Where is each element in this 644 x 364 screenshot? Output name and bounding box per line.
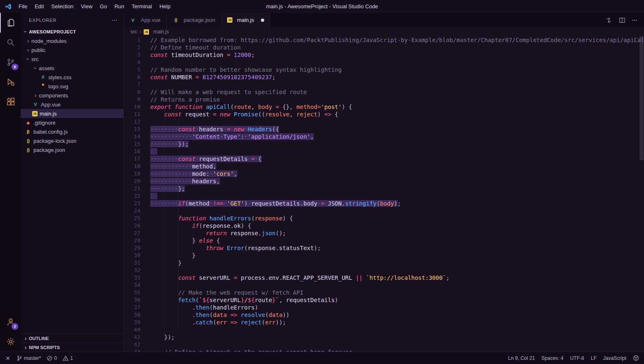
code-line[interactable]: 26 if(response.ok) { — [124, 222, 644, 229]
chevron-down-icon[interactable]: › — [25, 56, 31, 62]
code-line[interactable]: 39 .catch(err => reject(err)); — [124, 319, 644, 326]
errors[interactable]: 0 — [47, 355, 57, 361]
line-number[interactable]: 15 — [124, 140, 140, 148]
line-number[interactable]: 7 — [124, 81, 140, 88]
line-number[interactable]: 11 — [124, 111, 140, 118]
code-line[interactable]: 36 fetch(`${serverURL}/${route}`, reques… — [124, 296, 644, 304]
line-number[interactable]: 20 — [124, 177, 140, 185]
remote-indicator[interactable] — [5, 355, 11, 361]
tree-item-app-vue[interactable]: VApp.vue — [21, 100, 123, 109]
code-line[interactable]: 10export function apiCall(route, body = … — [124, 103, 644, 111]
tab-app-vue[interactable]: VApp.vue — [124, 13, 167, 27]
cursor-position[interactable]: Ln 9, Col 21 — [508, 355, 535, 361]
activity-item-run-debug[interactable] — [0, 72, 21, 92]
line-number[interactable]: 2 — [124, 44, 140, 51]
tree-item-gitignore[interactable]: ◆.gitignore — [21, 118, 123, 127]
line-number[interactable]: 6 — [124, 73, 140, 81]
code-line[interactable]: 12 — [124, 118, 644, 125]
code-line[interactable]: 35 // Make the web request w/ fetch API — [124, 289, 644, 296]
line-number[interactable]: 41 — [124, 333, 140, 341]
code-line[interactable]: 27 return response.json(); — [124, 229, 644, 237]
warnings[interactable]: 1 — [63, 355, 73, 361]
activity-item-settings[interactable] — [0, 332, 21, 352]
menu-file[interactable]: File — [15, 0, 31, 13]
code-line[interactable]: 30 } — [124, 252, 644, 259]
line-number[interactable]: 21 — [124, 185, 140, 192]
chevron-right-icon[interactable]: › — [32, 92, 39, 99]
code-line[interactable]: 23········if(method·!==·'GET')·requestDe… — [124, 200, 644, 207]
line-number[interactable]: 33 — [124, 274, 140, 281]
code-line[interactable]: 19············mode:·'cors', — [124, 170, 644, 177]
project-section-header[interactable]: › AWESOMEPROJECT — [21, 27, 123, 36]
line-number[interactable]: 24 — [124, 207, 140, 215]
menu-edit[interactable]: Edit — [31, 0, 47, 13]
line-number[interactable]: 13 — [124, 125, 140, 133]
menu-go[interactable]: Go — [96, 0, 111, 13]
code-line[interactable]: 41 }); — [124, 333, 644, 341]
line-number[interactable]: 10 — [124, 103, 140, 111]
menu-view[interactable]: View — [77, 0, 96, 13]
activity-item-source-control[interactable]: 6 — [0, 52, 21, 72]
code-editor[interactable]: 1// Example borrowed from: https://githu… — [124, 36, 644, 352]
code-line[interactable]: 28 } else { — [124, 237, 644, 244]
chevron-right-icon[interactable]: › — [25, 47, 31, 53]
line-number[interactable]: 9 — [124, 96, 140, 103]
breadcrumb-item-main-js[interactable]: JSmain.js — [144, 29, 169, 35]
encoding[interactable]: UTF-8 — [570, 355, 584, 361]
section-npm-scripts[interactable]: ›NPM SCRIPTS — [21, 343, 123, 352]
line-number[interactable]: 31 — [124, 259, 140, 267]
open-changes-icon[interactable] — [606, 17, 612, 24]
line-number[interactable]: 34 — [124, 281, 140, 289]
code-line[interactable]: 40 — [124, 326, 644, 333]
more-actions-icon[interactable]: ··· — [632, 17, 637, 23]
code-line[interactable]: 3const timeoutDuration = 12000; — [124, 51, 644, 59]
tree-item-package-lock-json[interactable]: {}package-lock.json — [21, 136, 123, 145]
tree-item-node-modules[interactable]: ›node_modules — [21, 36, 123, 45]
tab-main-js[interactable]: JSmain.js — [221, 13, 270, 27]
tree-item-logo-svg[interactable]: *logo.svg — [21, 82, 123, 91]
code-line[interactable]: 8// Will make a web request to specified… — [124, 88, 644, 96]
line-number[interactable]: 1 — [124, 36, 140, 44]
line-number[interactable]: 16 — [124, 148, 140, 155]
explorer-actions-icon[interactable]: ··· — [112, 18, 118, 23]
code-line[interactable]: 4 — [124, 59, 644, 66]
code-line[interactable]: 6const NUMBER = 81274509182375409237; — [124, 73, 644, 81]
code-line[interactable]: 21········}; — [124, 185, 644, 192]
eol[interactable]: LF — [591, 355, 597, 361]
code-line[interactable]: 13········const·headers·=·new·Headers({ — [124, 125, 644, 133]
code-line[interactable]: 38 .then(data => resolve(data)) — [124, 311, 644, 319]
code-line[interactable]: 22 — [124, 192, 644, 200]
line-number[interactable]: 42 — [124, 341, 140, 348]
activity-item-search[interactable] — [0, 33, 21, 52]
code-line[interactable]: 24 — [124, 207, 644, 215]
code-line[interactable]: 17········const·requestDetails·=·{ — [124, 155, 644, 163]
tree-item-main-js[interactable]: JSmain.js — [21, 109, 123, 118]
code-line[interactable]: 43 // Define a timeout so the request ca… — [124, 348, 644, 352]
line-number[interactable]: 36 — [124, 296, 140, 304]
code-line[interactable]: 33 const serverURL = process.env.REACT_A… — [124, 274, 644, 281]
tree-item-package-json[interactable]: {}package.json — [21, 145, 123, 154]
line-number[interactable]: 29 — [124, 244, 140, 252]
line-number[interactable]: 19 — [124, 170, 140, 177]
code-line[interactable]: 14············'Content-Type':·'applicati… — [124, 133, 644, 140]
split-editor-icon[interactable] — [619, 17, 625, 24]
line-number[interactable]: 32 — [124, 267, 140, 274]
code-line[interactable]: 5// Random number to better showcase syn… — [124, 66, 644, 73]
menu-help[interactable]: Help — [156, 0, 174, 13]
code-line[interactable]: 2// Define timeout duration — [124, 44, 644, 51]
tree-item-styles-css[interactable]: #styles.css — [21, 73, 123, 82]
code-line[interactable]: 7 — [124, 81, 644, 88]
line-number[interactable]: 25 — [124, 215, 140, 222]
line-number[interactable]: 28 — [124, 237, 140, 244]
code-line[interactable]: 34 — [124, 281, 644, 289]
tree-item-public[interactable]: ›public — [21, 45, 123, 54]
line-number[interactable]: 30 — [124, 252, 140, 259]
activity-item-extensions[interactable] — [0, 92, 21, 112]
line-number[interactable]: 5 — [124, 66, 140, 73]
editor-scrollbar[interactable] — [639, 36, 644, 160]
language-mode[interactable]: JavaScript — [603, 355, 626, 361]
section-outline[interactable]: ›OUTLINE — [21, 333, 123, 343]
chevron-right-icon[interactable]: › — [25, 38, 31, 44]
line-number[interactable]: 27 — [124, 229, 140, 237]
tab-package-json[interactable]: {}package.json — [167, 13, 222, 27]
